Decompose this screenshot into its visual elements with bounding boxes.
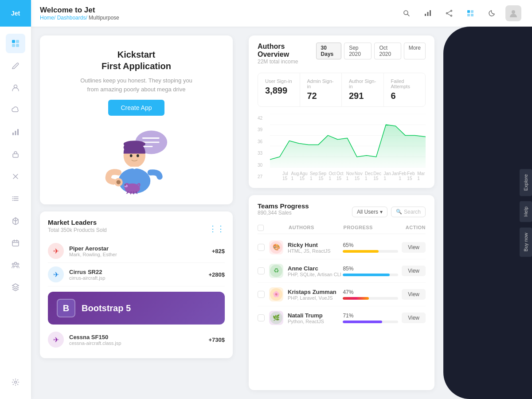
filter-tab-more[interactable]: More xyxy=(404,43,426,59)
filter-tabs: 30 Days Sep 2020 Oct 2020 More xyxy=(316,43,426,59)
view-button-4[interactable]: View xyxy=(402,313,426,323)
member-progress-2: 85% xyxy=(343,266,398,276)
sidebar-item-lock[interactable] xyxy=(6,145,25,164)
svg-point-28 xyxy=(512,10,515,14)
svg-rect-1 xyxy=(16,40,19,43)
sidebar-item-box[interactable] xyxy=(6,211,25,231)
progress-label-3: 47% xyxy=(343,289,398,295)
sidebar-item-close[interactable] xyxy=(6,167,25,186)
select-all-checkbox[interactable] xyxy=(258,225,264,231)
bootstrap-label: Bootstrap 5 xyxy=(82,303,131,313)
grid-view-button[interactable] xyxy=(463,6,478,21)
dark-mode-toggle[interactable] xyxy=(484,6,499,21)
sidebar-item-team[interactable] xyxy=(6,255,25,275)
row-checkbox-3[interactable] xyxy=(258,291,265,298)
settings-icon[interactable] xyxy=(6,372,25,392)
market-item: ✈ Piper Aerostar Mark, Rowling, Esther +… xyxy=(48,239,225,263)
sidebar-item-layers[interactable] xyxy=(6,278,25,297)
row-checkbox-4[interactable] xyxy=(258,314,265,321)
member-info-1: Ricky Hunt HTML, JS, ReactJS xyxy=(288,242,343,254)
sidebar-item-chart[interactable] xyxy=(6,122,25,142)
filter-tab-30days[interactable]: 30 Days xyxy=(316,43,342,59)
view-button-1[interactable]: View xyxy=(402,242,426,253)
sidebar-item-grid[interactable] xyxy=(6,34,25,53)
progress-label-4: 71% xyxy=(343,313,398,319)
member-name-1: Ricky Hunt xyxy=(288,242,343,248)
market-icon-2: ✈ xyxy=(48,266,64,282)
row-checkbox-2[interactable] xyxy=(258,267,265,274)
topbar: Welcome to Jet Home/ Dashboards/ Multipu… xyxy=(31,0,532,27)
progress-label-1: 65% xyxy=(343,242,398,248)
progress-bar-bg-2 xyxy=(343,274,398,276)
teams-subtitle: 890,344 Sales xyxy=(258,210,309,216)
authors-title-block: Authors Overview 22M total income xyxy=(258,43,312,71)
stat-label-1: User Sign-in xyxy=(265,78,293,84)
users-filter-select[interactable]: All Users ▾ xyxy=(352,207,387,217)
authors-title: Authors Overview xyxy=(258,43,312,59)
progress-bar-bg-4 xyxy=(343,321,398,323)
search-control[interactable]: 🔍 Search xyxy=(391,207,426,217)
stat-label-3: Author Sign-in xyxy=(349,78,376,89)
filter-tab-oct[interactable]: Oct 2020 xyxy=(374,43,401,59)
row-checkbox-1[interactable] xyxy=(258,244,265,251)
stat-admin-signin: Admin Sign-in 72 xyxy=(300,73,342,106)
market-item-5: ✈ Cessna SF150 cessna-aircraft.class.jsp… xyxy=(48,328,225,351)
sidebar-item-cloud[interactable] xyxy=(6,100,25,120)
svg-point-23 xyxy=(451,15,452,16)
svg-point-21 xyxy=(451,10,452,12)
svg-point-9 xyxy=(12,196,13,197)
team-row-2: ♻ Anne Clarc PHP, SQLite, Artisan CLI 85… xyxy=(258,259,426,283)
analytics-button[interactable] xyxy=(420,6,435,21)
stat-label-2: Admin Sign-in xyxy=(307,78,335,89)
svg-rect-18 xyxy=(425,14,426,16)
market-sub-1: Mark, Rowling, Esther xyxy=(69,252,207,257)
svg-point-11 xyxy=(12,200,13,201)
member-skills-4: Python, ReactJS xyxy=(288,319,343,324)
sidebar-nav xyxy=(6,27,25,372)
member-name-3: Kristaps Zumman xyxy=(288,289,343,295)
market-name-5: Cessna SF150 xyxy=(69,334,203,340)
sidebar-item-edit[interactable] xyxy=(6,56,25,75)
sidebar-item-list[interactable] xyxy=(6,189,25,208)
svg-rect-20 xyxy=(430,10,431,16)
view-button-2[interactable]: View xyxy=(402,266,426,276)
filter-tab-sep[interactable]: Sep 2020 xyxy=(344,43,372,59)
member-progress-1: 65% xyxy=(343,242,398,253)
sidebar-item-user[interactable] xyxy=(6,78,25,98)
member-avatar-3: 🌸 xyxy=(269,287,283,301)
teams-progress-card: Teams Progress 890,344 Sales All Users ▾… xyxy=(249,195,434,390)
col-header-progress: PROGRESS xyxy=(344,225,399,231)
all-users-label: All Users xyxy=(357,209,378,215)
stat-author-signin: Author Sign-in 291 xyxy=(342,73,384,106)
market-sub-5: cessna-aircraft.class.jsp xyxy=(69,340,203,346)
breadcrumb-dashboards[interactable]: Dashboards/ xyxy=(57,15,87,21)
breadcrumb: Home/ Dashboards/ Multipurpose xyxy=(40,15,399,21)
svg-point-22 xyxy=(446,13,448,14)
member-action-3: View xyxy=(398,289,426,300)
view-button-3[interactable]: View xyxy=(402,289,426,300)
authors-header: Authors Overview 22M total income 30 Day… xyxy=(258,43,426,71)
svg-point-37 xyxy=(123,144,130,151)
sidebar-settings[interactable] xyxy=(6,372,25,399)
stat-value-3: 291 xyxy=(349,91,376,101)
share-button[interactable] xyxy=(442,6,457,21)
stat-value-2: 72 xyxy=(307,91,335,101)
svg-rect-27 xyxy=(471,14,473,16)
breadcrumb-home[interactable]: Home/ xyxy=(40,15,55,21)
create-app-button[interactable]: Create App xyxy=(108,100,164,116)
search-button[interactable] xyxy=(399,6,414,21)
svg-rect-5 xyxy=(12,133,14,135)
team-row-3: 🌸 Kristaps Zumman PHP, Laravel, VueJS 47… xyxy=(258,283,426,306)
stats-row: User Sign-in 3,899 Admin Sign-in 72 Auth… xyxy=(258,73,426,107)
stat-value-4: 6 xyxy=(391,91,419,101)
progress-bar-bg-1 xyxy=(343,250,398,253)
member-progress-3: 47% xyxy=(343,289,398,300)
hero-illustration xyxy=(97,125,176,196)
market-info-2: Cirrus SR22 cirrus-aircraft.jsp xyxy=(69,269,203,281)
user-avatar[interactable] xyxy=(505,5,521,21)
bootstrap-badge: B Bootstrap 5 xyxy=(48,292,225,325)
market-more-icon[interactable]: ⋮⋮ xyxy=(209,224,225,234)
app-logo[interactable]: Jet xyxy=(0,0,31,27)
teams-controls: All Users ▾ 🔍 Search xyxy=(352,207,426,217)
sidebar-item-calendar[interactable] xyxy=(6,233,25,253)
